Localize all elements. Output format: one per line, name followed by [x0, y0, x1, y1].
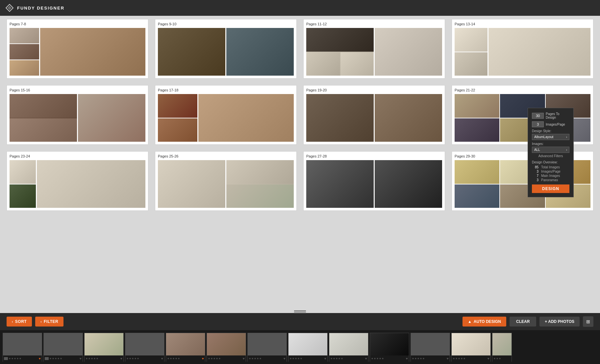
- thumb-footer-12: ★ ★ ★ ★ ★ ♥: [452, 355, 490, 362]
- star-7-2: ★: [251, 357, 254, 360]
- star-6-1: ★: [208, 357, 210, 360]
- thumb-img-4: [125, 333, 164, 355]
- thumb-footer-5: ★ ★ ★ ★ ★ ♥: [166, 355, 205, 362]
- photo-thumb-1[interactable]: ★ ★ ★ ★ ★ ♥: [3, 333, 42, 362]
- star-5-1: ★: [167, 357, 169, 360]
- images-per-page-label: Images/Page: [546, 123, 565, 126]
- star-9-3: ★: [336, 357, 338, 360]
- photo-thumb-13[interactable]: ★ ★ ★: [492, 333, 512, 362]
- pages-grid: Pages 7-8 Pages 9-10 Pages 11-12: [7, 19, 593, 211]
- star-7-4: ★: [257, 357, 259, 360]
- auto-design-label: AUTO DESIGN: [474, 319, 501, 324]
- panoramas-label: Panoramas: [541, 178, 558, 182]
- spread-images-17-18: [158, 94, 294, 142]
- auto-design-button[interactable]: ▲ AUTO DESIGN: [463, 317, 506, 327]
- star-12-5: ★: [463, 357, 465, 360]
- thumb-img-3: [85, 333, 123, 355]
- advanced-filters-link[interactable]: Advanced Filters: [532, 154, 569, 158]
- svg-marker-1: [7, 6, 12, 10]
- photo-thumb-12[interactable]: ★ ★ ★ ★ ★ ♥: [451, 333, 491, 362]
- photo-thumb-5[interactable]: ★ ★ ★ ★ ★ ♥: [166, 333, 205, 362]
- star-12-2: ★: [455, 357, 458, 360]
- thumb-footer-3: ★ ★ ★ ★ ★ ♥: [85, 355, 123, 362]
- design-style-label: Design Style:: [532, 129, 569, 133]
- grid-view-button[interactable]: ⊞: [583, 316, 593, 327]
- star-7-1: ★: [249, 357, 251, 360]
- photo-thumb-7[interactable]: ★ ★ ★ ★ ★ ♥: [247, 333, 287, 362]
- divider-handle[interactable]: [294, 310, 306, 312]
- thumb-img-8: [288, 333, 327, 355]
- star-4-4: ★: [134, 357, 137, 360]
- star-5-3: ★: [172, 357, 175, 360]
- star-1-1: ★: [9, 357, 11, 360]
- page-label-9-10: Pages 9-10: [158, 22, 294, 26]
- photo-thumb-8[interactable]: ★ ★ ★ ★ ★ ♥: [288, 333, 328, 362]
- star-12-1: ★: [453, 357, 455, 360]
- popup-pages-row: Pages To Design: [532, 112, 569, 119]
- add-photos-button[interactable]: + ADD PHOTOS: [539, 317, 580, 327]
- sort-arrow: ‹: [12, 320, 13, 324]
- photo-thumb-4[interactable]: ★ ★ ★ ★ ★ ♥: [125, 333, 164, 362]
- star-1-5: ★: [19, 357, 21, 360]
- stars-7: ★ ★ ★ ★ ★: [249, 357, 262, 360]
- star-6-3: ★: [213, 357, 215, 360]
- images-label: Images:: [532, 142, 569, 146]
- photo-thumb-3[interactable]: ★ ★ ★ ★ ★ ♥: [84, 333, 124, 362]
- design-button[interactable]: DESIGN: [532, 184, 569, 193]
- thumb-footer-1: ★ ★ ★ ★ ★ ♥: [3, 355, 42, 362]
- pages-to-design-label: Pages To Design: [546, 112, 569, 119]
- images-select[interactable]: ALL ›: [532, 147, 569, 153]
- star-7-5: ★: [259, 357, 262, 360]
- filter-button[interactable]: ‹ FILTER: [35, 317, 63, 327]
- star-3-3: ★: [91, 357, 93, 360]
- photo-thumb-10[interactable]: ★ ★ ★ ★ ★ ♥: [370, 333, 409, 362]
- spread-images-13-14: [455, 28, 590, 76]
- main-images-label: Main Images: [541, 174, 560, 178]
- photo-thumb-6[interactable]: ★ ★ ★ ★ ★ ♥: [207, 333, 246, 362]
- page-label-11-12: Pages 11-12: [306, 22, 442, 26]
- thumb-img-2: [44, 333, 83, 355]
- page-label-15-16: Pages 15-16: [10, 88, 145, 92]
- page-spread-13-14: Pages 13-14: [452, 19, 593, 79]
- star-6-5: ★: [218, 357, 221, 360]
- star-9-1: ★: [330, 357, 333, 360]
- sort-button[interactable]: ‹ SORT: [7, 317, 32, 327]
- main-images-num: 7: [532, 174, 538, 178]
- heart-6: ♥: [243, 357, 245, 360]
- photo-thumb-11[interactable]: ★ ★ ★ ★ ★ ♥: [411, 333, 450, 362]
- photo-thumb-9[interactable]: ★ ★ ★ ★ ★ ♥: [329, 333, 368, 362]
- star-4-5: ★: [137, 357, 139, 360]
- pages-to-design-input[interactable]: [532, 113, 544, 119]
- clear-button[interactable]: CLEAR: [510, 317, 536, 327]
- star-4-1: ★: [126, 357, 129, 360]
- page-spread-7-8: Pages 7-8: [7, 19, 148, 79]
- design-style-value: AlbumLayout: [534, 135, 553, 139]
- thumb-img-5: [166, 333, 205, 355]
- star-2-4: ★: [57, 357, 60, 360]
- thumb-footer-7: ★ ★ ★ ★ ★ ♥: [248, 355, 287, 362]
- photo-thumb-2[interactable]: ★ ★ ★ ★ ★ ♥: [43, 333, 83, 362]
- star-11-4: ★: [420, 357, 422, 360]
- images-per-page-input[interactable]: [532, 121, 544, 127]
- page-label-21-22: Pages 21-22: [455, 88, 590, 92]
- filter-label: FILTER: [44, 319, 58, 324]
- star-10-2: ★: [374, 357, 376, 360]
- stars-5: ★ ★ ★ ★ ★: [167, 357, 180, 360]
- images-chevron: ›: [566, 148, 567, 152]
- star-2-3: ★: [55, 357, 57, 360]
- total-images-label: Total Images: [541, 165, 560, 169]
- book-icon-2: [45, 357, 49, 360]
- design-style-chevron: ›: [566, 135, 567, 139]
- stars-13: ★ ★ ★: [493, 357, 501, 360]
- app-logo-icon: [5, 4, 14, 12]
- page-spread-27-28: Pages 27-28: [303, 151, 445, 211]
- star-3-5: ★: [96, 357, 98, 360]
- spread-images-9-10: [158, 28, 294, 76]
- page-spread-23-24: Pages 23-24: [7, 151, 148, 211]
- page-label-27-28: Pages 27-28: [306, 154, 442, 158]
- design-style-select[interactable]: AlbumLayout ›: [532, 134, 569, 140]
- star-13-1: ★: [493, 357, 496, 360]
- star-5-4: ★: [175, 357, 177, 360]
- spread-images-19-20: [306, 94, 442, 142]
- heart-9: ♥: [365, 357, 367, 360]
